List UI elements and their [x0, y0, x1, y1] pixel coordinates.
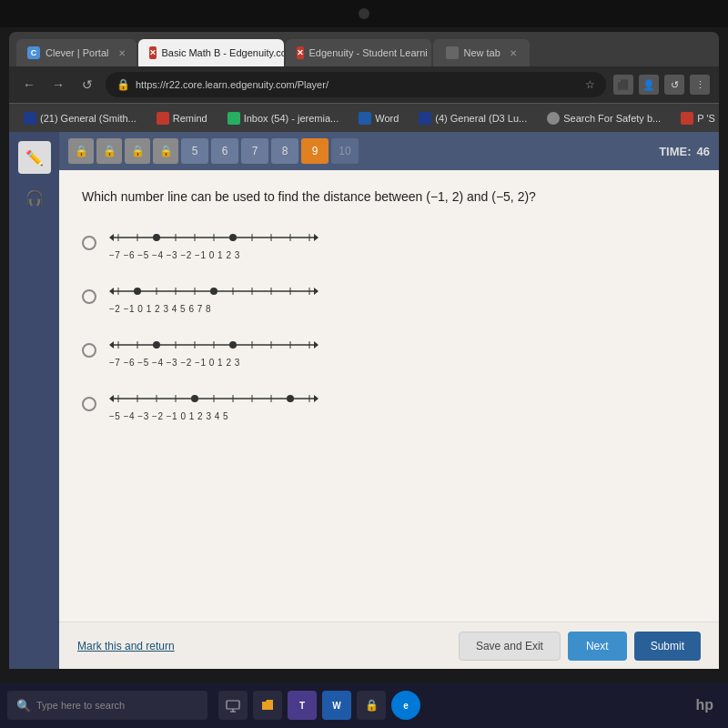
taskbar-word-icon[interactable]: W [322, 691, 351, 720]
num-btn-6[interactable]: 6 [211, 138, 238, 164]
svg-point-31 [210, 288, 217, 295]
submit-button[interactable]: Submit [634, 632, 701, 661]
tab-new[interactable]: New tab ✕ [433, 39, 530, 66]
num-btn-lock-4[interactable]: 🔒 [153, 138, 178, 164]
num-btn-7[interactable]: 7 [241, 138, 268, 164]
new-tab-close[interactable]: ✕ [510, 48, 517, 58]
num-btn-lock-2[interactable]: 🔒 [96, 138, 122, 164]
num-btn-lock-3[interactable]: 🔒 [125, 138, 150, 164]
bookmark-general-smith[interactable]: (21) General (Smith... [16, 110, 144, 126]
multidesktop-svg [226, 698, 240, 713]
taskbar-search-text: Type here to search [36, 700, 125, 711]
taskbar-icons: T W 🔒 e [218, 691, 420, 720]
word-icon-label: W [332, 701, 340, 711]
bookmark-p[interactable]: P 'S [673, 110, 719, 126]
svg-rect-64 [227, 701, 239, 709]
edgenuity-student-tab-label: Edgenuity - Student Learni [309, 47, 428, 58]
search-icon: 🔍 [16, 699, 31, 713]
pencil-icon[interactable]: ✏️ [18, 141, 51, 174]
option-c-svg [109, 335, 318, 355]
taskbar-lock-icon[interactable]: 🔒 [357, 691, 386, 720]
bookmark-inbox[interactable]: Inbox (54) - jeremia... [220, 110, 347, 126]
option-c-labels: −7 −6 −5 −4 −3 −2 −1 0 1 2 3 [109, 358, 240, 368]
bookmarks-bar: (21) General (Smith... Remind Inbox (54)… [9, 103, 719, 132]
option-b-numberline: −2 −1 0 1 2 3 4 5 6 7 8 [109, 280, 318, 314]
taskbar-search[interactable]: 🔍 Type here to search [7, 691, 207, 720]
bookmark-general-d3-icon [419, 112, 431, 125]
question-number-buttons: 🔒 🔒 🔒 🔒 5 6 7 8 9 10 [68, 138, 359, 164]
option-a-row: −7 −6 −5 −4 −3 −2 −1 0 1 2 3 [82, 227, 696, 260]
taskbar-multidesktop-icon[interactable] [218, 691, 248, 720]
svg-point-14 [153, 234, 160, 241]
profile-button[interactable]: 👤 [639, 75, 659, 95]
option-a-line [109, 227, 318, 248]
taskbar-teams-icon[interactable]: T [288, 691, 317, 720]
extensions-button[interactable]: ⬛ [613, 75, 633, 95]
forward-button[interactable]: → [47, 74, 69, 96]
tab-edgenuity-student[interactable]: ✕ Edgenuity - Student Learni ✕ [286, 39, 431, 66]
option-d-svg [109, 389, 318, 409]
url-text: https://r22.core.learn.edgenuity.com/Pla… [136, 79, 329, 90]
num-btn-10[interactable]: 10 [331, 138, 359, 164]
num-btn-9[interactable]: 9 [301, 138, 329, 164]
num-btn-lock-1[interactable]: 🔒 [68, 138, 94, 164]
svg-point-30 [134, 288, 141, 295]
refresh-button[interactable]: ↺ [664, 75, 684, 95]
option-b-line [109, 280, 318, 302]
option-b-radio[interactable] [82, 289, 96, 304]
bookmark-inbox-icon [228, 112, 240, 125]
bookmark-remind[interactable]: Remind [149, 110, 215, 126]
option-a-radio[interactable] [82, 236, 96, 250]
option-b-labels: −2 −1 0 1 2 3 4 5 6 7 8 [109, 304, 211, 314]
back-button[interactable]: ← [18, 74, 40, 96]
bookmark-word-label: Word [375, 113, 399, 124]
option-a-numberline: −7 −6 −5 −4 −3 −2 −1 0 1 2 3 [109, 227, 318, 260]
teams-icon-label: T [299, 701, 305, 711]
option-c-radio[interactable] [82, 343, 96, 358]
option-d-numberline: −5 −4 −3 −2 −1 0 1 2 3 4 5 [109, 388, 318, 421]
bookmark-search-safety[interactable]: Search For Safety b... [540, 110, 668, 126]
bookmark-general-smith-label: (21) General (Smith... [40, 113, 136, 124]
num-btn-5[interactable]: 5 [181, 138, 208, 164]
reload-button[interactable]: ↺ [76, 74, 98, 96]
bookmark-general-d3[interactable]: (4) General (D3 Lu... [411, 110, 534, 126]
taskbar-edge-icon[interactable]: e [391, 691, 420, 720]
menu-button[interactable]: ⋮ [690, 75, 710, 95]
star-icon[interactable]: ☆ [585, 78, 595, 91]
bookmark-general-smith-icon [24, 112, 36, 125]
taskbar-file-explorer-icon[interactable] [253, 691, 282, 720]
bookmark-remind-label: Remind [173, 113, 207, 124]
bottom-bar: Mark this and return Save and Exit Next … [59, 622, 719, 669]
option-a-svg [109, 228, 318, 248]
num-btn-8[interactable]: 8 [271, 138, 298, 164]
option-d-radio[interactable] [82, 397, 96, 411]
option-a-labels: −7 −6 −5 −4 −3 −2 −1 0 1 2 3 [109, 250, 240, 260]
headphone-icon[interactable]: 🎧 [18, 181, 51, 214]
bookmark-search-safety-label: Search For Safety b... [563, 113, 661, 124]
tab-clever[interactable]: C Clever | Portal ✕ [16, 39, 136, 66]
bookmark-word[interactable]: Word [351, 110, 406, 126]
mark-return-link[interactable]: Mark this and return [77, 640, 175, 652]
next-button[interactable]: Next [568, 632, 627, 661]
option-c-numberline: −7 −6 −5 −4 −3 −2 −1 0 1 2 3 [109, 334, 318, 368]
svg-marker-1 [109, 234, 114, 241]
clever-tab-close[interactable]: ✕ [118, 48, 126, 58]
edge-icon-label: e [403, 701, 409, 711]
url-icons: ☆ [585, 78, 595, 91]
bookmark-p-label: P 'S [697, 113, 715, 124]
content-area: ✏️ 🎧 🔒 🔒 🔒 🔒 5 6 7 8 9 10 [9, 132, 719, 669]
address-bar: ← → ↺ 🔒 https://r22.core.learn.edgenuity… [9, 66, 719, 103]
svg-marker-17 [109, 288, 114, 295]
left-panel: ✏️ 🎧 [9, 132, 59, 669]
hp-logo: hp [695, 697, 713, 713]
url-box[interactable]: 🔒 https://r22.core.learn.edgenuity.com/P… [106, 72, 606, 97]
option-d-row: −5 −4 −3 −2 −1 0 1 2 3 4 5 [82, 388, 696, 421]
svg-marker-34 [314, 341, 318, 349]
browser-window: C Clever | Portal ✕ ✕ Basic Math B - Edg… [9, 32, 719, 669]
svg-marker-50 [314, 395, 318, 402]
save-exit-button[interactable]: Save and Exit [459, 632, 561, 661]
edgenuity-math-tab-label: Basic Math B - Edgenuity.co [162, 47, 284, 58]
lock-taskbar-icon: 🔒 [365, 699, 379, 712]
question-number-row: 🔒 🔒 🔒 🔒 5 6 7 8 9 10 TIME: 46 [59, 132, 719, 170]
tab-edgenuity-math[interactable]: ✕ Basic Math B - Edgenuity.co ✕ [138, 39, 284, 66]
